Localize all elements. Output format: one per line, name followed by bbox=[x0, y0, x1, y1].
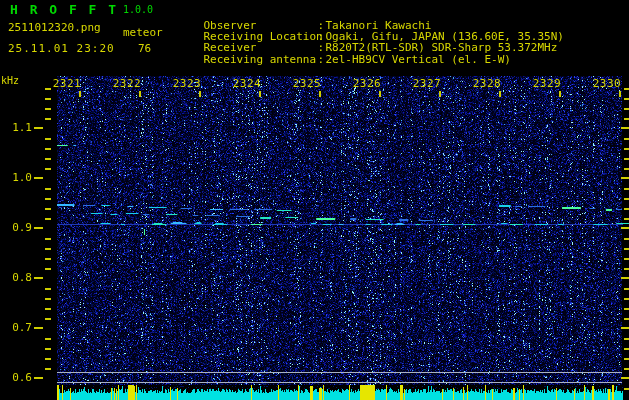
app-version: 1.0.0 bbox=[123, 4, 153, 15]
time-label-2322: 2322 bbox=[109, 77, 145, 90]
datetime-label: 25.11.01 23:20 bbox=[8, 42, 115, 55]
time-label-2328: 2328 bbox=[469, 77, 505, 90]
time-label-2324: 2324 bbox=[229, 77, 265, 90]
time-label-2323: 2323 bbox=[169, 77, 205, 90]
time-label-2321: 2321 bbox=[49, 77, 85, 90]
freq-label-0.7: 0.7 bbox=[2, 321, 32, 334]
app-title: H R O F F T bbox=[10, 2, 118, 17]
mode-label: meteor bbox=[123, 26, 163, 39]
info-value: 2el-HB9CV Vertical (el. E-W) bbox=[326, 53, 511, 66]
freq-label-1.1: 1.1 bbox=[2, 121, 32, 134]
info-label: Receiving antenna bbox=[204, 53, 318, 66]
hrofft-screen: H R O F F T 1.0.0 2511012320.png meteor … bbox=[0, 0, 629, 400]
time-label-2326: 2326 bbox=[349, 77, 385, 90]
echo-count: 76 bbox=[138, 42, 151, 55]
freq-label-1.0: 1.0 bbox=[2, 171, 32, 184]
time-label-2329: 2329 bbox=[529, 77, 565, 90]
time-label-2327: 2327 bbox=[409, 77, 445, 90]
time-label-2325: 2325 bbox=[289, 77, 325, 90]
freq-label-0.6: 0.6 bbox=[2, 371, 32, 384]
freq-label-0.9: 0.9 bbox=[2, 221, 32, 234]
time-label-2330: 2330 bbox=[589, 77, 625, 90]
output-filename: 2511012320.png bbox=[8, 21, 101, 34]
freq-label-0.8: 0.8 bbox=[2, 271, 32, 284]
info-row-antenna: Receiving antenna:2el-HB9CV Vertical (el… bbox=[177, 40, 511, 79]
y-axis-unit-label: kHz bbox=[1, 75, 19, 86]
info-separator: : bbox=[318, 53, 326, 66]
